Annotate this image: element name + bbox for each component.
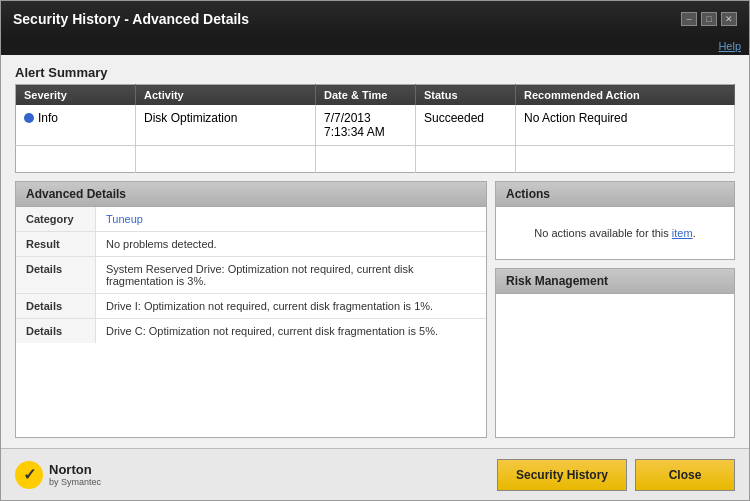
norton-check-icon: ✓ xyxy=(15,461,43,489)
detail-label-details-1: Details xyxy=(16,257,96,293)
col-severity: Severity xyxy=(16,85,136,106)
info-dot-icon xyxy=(24,113,34,123)
norton-logo: ✓ Norton by Symantec xyxy=(15,461,101,489)
norton-brand-name: Norton xyxy=(49,462,101,477)
advanced-details-panel: Advanced Details Category Tuneup Result … xyxy=(15,181,487,438)
detail-row-details-1: Details System Reserved Drive: Optimizat… xyxy=(16,257,486,294)
help-bar: Help xyxy=(1,37,749,55)
table-row-empty xyxy=(16,146,735,173)
actions-panel: Actions No actions available for this it… xyxy=(495,181,735,260)
cell-activity: Disk Optimization xyxy=(136,105,316,146)
detail-row-result: Result No problems detected. xyxy=(16,232,486,257)
alert-summary-title: Alert Summary xyxy=(15,65,735,80)
detail-label-result: Result xyxy=(16,232,96,256)
bottom-section: Advanced Details Category Tuneup Result … xyxy=(15,181,735,438)
footer-buttons: Security History Close xyxy=(497,459,735,491)
norton-brand-text: Norton by Symantec xyxy=(49,462,101,487)
col-recommended-action: Recommended Action xyxy=(516,85,735,106)
close-button[interactable]: Close xyxy=(635,459,735,491)
alert-table: Severity Activity Date & Time Status Rec… xyxy=(15,84,735,173)
minimize-button[interactable]: – xyxy=(681,12,697,26)
actions-item-link[interactable]: item xyxy=(672,227,693,239)
cell-datetime: 7/7/2013 7:13:34 AM xyxy=(316,105,416,146)
close-window-button[interactable]: ✕ xyxy=(721,12,737,26)
detail-value-details-3: Drive C: Optimization not required, curr… xyxy=(96,319,486,343)
col-datetime: Date & Time xyxy=(316,85,416,106)
actions-content: No actions available for this item. xyxy=(496,207,734,259)
maximize-button[interactable]: □ xyxy=(701,12,717,26)
security-history-button[interactable]: Security History xyxy=(497,459,627,491)
actions-panel-header: Actions xyxy=(496,182,734,207)
title-bar: Security History - Advanced Details – □ … xyxy=(1,1,749,37)
cell-status: Succeeded xyxy=(416,105,516,146)
severity-value: Info xyxy=(38,111,58,125)
advanced-details-header: Advanced Details xyxy=(16,182,486,207)
detail-value-result: No problems detected. xyxy=(96,232,486,256)
help-link[interactable]: Help xyxy=(718,40,741,52)
detail-value-details-1: System Reserved Drive: Optimization not … xyxy=(96,257,486,293)
main-window: Security History - Advanced Details – □ … xyxy=(0,0,750,501)
main-content: Alert Summary Severity Activity Date & T… xyxy=(1,55,749,448)
risk-management-panel: Risk Management xyxy=(495,268,735,438)
detail-label-category: Category xyxy=(16,207,96,231)
alert-summary-section: Alert Summary Severity Activity Date & T… xyxy=(15,65,735,173)
detail-row-category: Category Tuneup xyxy=(16,207,486,232)
window-title: Security History - Advanced Details xyxy=(13,11,249,27)
empty-cell-3 xyxy=(316,146,416,173)
empty-cell-4 xyxy=(416,146,516,173)
cell-recommended-action: No Action Required xyxy=(516,105,735,146)
col-status: Status xyxy=(416,85,516,106)
risk-management-header: Risk Management xyxy=(496,269,734,294)
detail-value-category: Tuneup xyxy=(96,207,486,231)
empty-cell-1 xyxy=(16,146,136,173)
table-row: Info Disk Optimization 7/7/2013 7:13:34 … xyxy=(16,105,735,146)
norton-sub-text: by Symantec xyxy=(49,477,101,487)
detail-row-details-2: Details Drive I: Optimization not requir… xyxy=(16,294,486,319)
detail-value-details-2: Drive I: Optimization not required, curr… xyxy=(96,294,486,318)
right-panels: Actions No actions available for this it… xyxy=(495,181,735,438)
empty-cell-5 xyxy=(516,146,735,173)
detail-row-details-3: Details Drive C: Optimization not requir… xyxy=(16,319,486,343)
empty-cell-2 xyxy=(136,146,316,173)
cell-severity: Info xyxy=(16,105,136,146)
col-activity: Activity xyxy=(136,85,316,106)
detail-label-details-2: Details xyxy=(16,294,96,318)
detail-label-details-3: Details xyxy=(16,319,96,343)
footer: ✓ Norton by Symantec Security History Cl… xyxy=(1,448,749,500)
window-controls: – □ ✕ xyxy=(681,12,737,26)
